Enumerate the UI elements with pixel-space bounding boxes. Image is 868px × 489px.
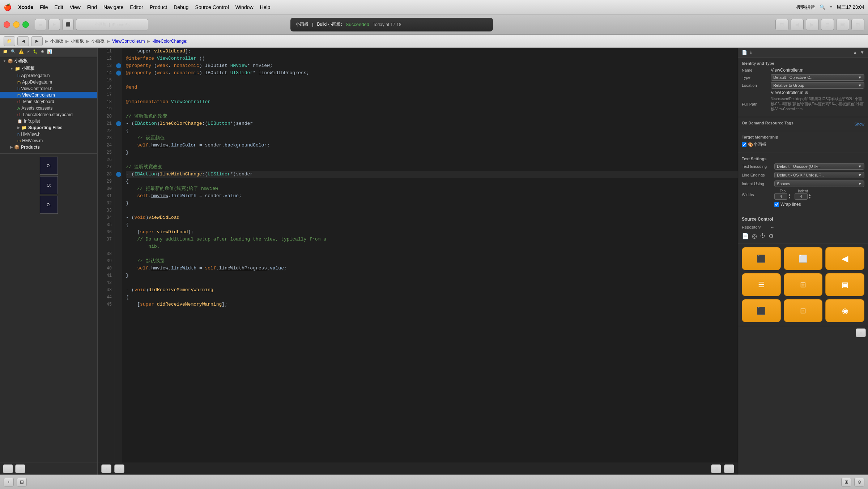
close-button[interactable] bbox=[4, 21, 10, 28]
menu-window[interactable]: Window bbox=[235, 4, 254, 10]
sidebar-item-main-storyboard[interactable]: sb Main.storyboard bbox=[0, 98, 97, 105]
sidebar-item-appdelegate-h[interactable]: h AppDelegate.h bbox=[0, 72, 97, 79]
encoding-dropdown[interactable]: Default - Unicode (UTF... ▼ bbox=[774, 163, 864, 170]
back-button[interactable]: ◀ bbox=[17, 36, 29, 46]
indent-width-stepper[interactable]: ▲ ▼ bbox=[808, 194, 811, 199]
indent-using-dropdown[interactable]: Spaces ▼ bbox=[774, 180, 864, 187]
indent-down-arrow[interactable]: ▼ bbox=[808, 196, 811, 199]
breakpoint-21[interactable] bbox=[116, 121, 121, 126]
rp-icon-file[interactable]: 📄 bbox=[742, 50, 747, 55]
sidebar-item-viewcontroller-h[interactable]: h ViewController.h bbox=[0, 85, 97, 92]
sidebar-item-project[interactable]: ▼ 📦 小画板 bbox=[0, 57, 97, 65]
breakpoint-14[interactable] bbox=[116, 71, 121, 76]
sidebar-icon-warning[interactable]: ⚠️ bbox=[19, 49, 24, 54]
sidebar-icon-search[interactable]: 🔍 bbox=[11, 49, 16, 54]
sidebar-item-viewcontroller-m[interactable]: m ViewController.m bbox=[0, 92, 97, 98]
filter-bottom-button[interactable]: ⊟ bbox=[17, 478, 27, 486]
ui-icon-1[interactable]: ⬛ bbox=[742, 247, 781, 270]
menu-xcode[interactable]: Xcode bbox=[18, 4, 33, 10]
ui-icon-3[interactable]: ◀ bbox=[825, 247, 864, 270]
sidebar-item-info-plist[interactable]: 📋 Info.plist bbox=[0, 118, 97, 124]
breadcrumb-method[interactable]: -lineColorChange: bbox=[152, 39, 187, 44]
sc-icon-branch[interactable]: ◎ bbox=[752, 233, 757, 239]
sidebar-item-supporting[interactable]: ▶ 📁 Supporting Files bbox=[0, 124, 97, 131]
ui-icon-5[interactable]: ⊞ bbox=[784, 273, 823, 296]
breadcrumb-3[interactable]: 小画板 bbox=[92, 38, 105, 44]
sidebar-item-products[interactable]: ▶ 📦 Products bbox=[0, 144, 97, 150]
sidebar-item-group-main[interactable]: ▼ 📁 小画板 bbox=[0, 65, 97, 72]
menu-editor[interactable]: Editor bbox=[130, 4, 143, 10]
breadcrumb-1[interactable]: 小画板 bbox=[50, 38, 63, 44]
editor-scope-button[interactable]: ◎ bbox=[724, 464, 734, 473]
inspector-button[interactable]: ⊞ bbox=[851, 19, 864, 30]
code-editor[interactable]: 11 12 13 14 15 16 17 18 19 20 21 22 23 2… bbox=[98, 48, 738, 475]
view-bottom-toggle[interactable]: ⊞ bbox=[841, 478, 851, 486]
menu-view[interactable]: View bbox=[70, 4, 81, 10]
sidebar-item-assets[interactable]: A Assets.xcassets bbox=[0, 105, 97, 111]
add-file-button[interactable]: + bbox=[3, 464, 13, 473]
debug-view-button[interactable]: ▣ bbox=[836, 19, 849, 30]
sidebar-icon-test[interactable]: ✓ bbox=[27, 49, 30, 54]
show-button[interactable]: Show bbox=[854, 122, 864, 126]
sidebar-item-appdelegate-m[interactable]: m AppDelegate.m bbox=[0, 79, 97, 85]
menu-file[interactable]: File bbox=[40, 4, 48, 10]
split-view-button[interactable]: ⊟ bbox=[821, 19, 834, 30]
debug-bottom-button[interactable]: ⊙ bbox=[854, 478, 864, 486]
ui-icon-6[interactable]: ▣ bbox=[825, 273, 864, 296]
sc-icon-file[interactable]: 📄 bbox=[742, 233, 749, 239]
maximize-button[interactable] bbox=[22, 21, 29, 28]
view-toggle-button[interactable]: ⊞ bbox=[775, 19, 788, 30]
membership-checkbox[interactable] bbox=[742, 142, 746, 147]
reveal-icon[interactable]: ⊕ bbox=[805, 90, 808, 95]
sidebar-icon-folder[interactable]: 📁 bbox=[3, 49, 8, 54]
rp-icon-scroll-down[interactable]: ▼ bbox=[860, 50, 864, 55]
tab-down-arrow[interactable]: ▼ bbox=[788, 196, 791, 199]
menu-debug[interactable]: Debug bbox=[174, 4, 188, 10]
breakpoint-28[interactable] bbox=[116, 172, 121, 177]
line-endings-dropdown[interactable]: Default - OS X / Unix (LF... ▼ bbox=[774, 172, 864, 178]
rp-icon-inspect[interactable]: ℹ bbox=[750, 50, 752, 55]
menu-edit[interactable]: Edit bbox=[55, 4, 63, 10]
sidebar-item-hmview-m[interactable]: m HMView.m bbox=[0, 137, 97, 144]
tab-width-stepper[interactable]: ▲ ▼ bbox=[788, 194, 791, 199]
forward-nav-button[interactable]: ▶ bbox=[806, 19, 819, 30]
run-button[interactable]: ▶ bbox=[48, 19, 60, 30]
rp-collapse-button[interactable]: ✕ bbox=[856, 328, 866, 337]
rp-icon-scroll-up[interactable]: ▲ bbox=[853, 50, 857, 55]
menu-icon[interactable]: ≡ bbox=[830, 4, 833, 10]
location-dropdown[interactable]: Relative to Group ▼ bbox=[771, 82, 864, 89]
sidebar-icon-breakpoint[interactable]: ⊙ bbox=[41, 49, 44, 54]
forward-button[interactable]: ▶ bbox=[31, 36, 43, 46]
sc-icon-clock[interactable]: ⏱ bbox=[760, 233, 766, 239]
sidebar-icon-report[interactable]: 📊 bbox=[47, 49, 52, 54]
tab-width-input[interactable] bbox=[774, 193, 787, 200]
search-icon[interactable]: 🔍 bbox=[820, 4, 825, 10]
ui-icon-7[interactable]: ⬛ bbox=[742, 299, 781, 322]
sc-icon-settings[interactable]: ⚙ bbox=[769, 233, 774, 239]
code-lines[interactable]: super viewDidLoad]; @interface ViewContr… bbox=[122, 48, 738, 463]
ui-icon-9[interactable]: ◉ bbox=[825, 299, 864, 322]
ui-icon-8[interactable]: ⊡ bbox=[784, 299, 823, 322]
menu-find[interactable]: Find bbox=[87, 4, 97, 10]
ui-icon-4[interactable]: ☰ bbox=[742, 273, 781, 296]
sidebar-item-hmview-h[interactable]: h HMView.h bbox=[0, 131, 97, 137]
filter-button[interactable]: ⊟ bbox=[15, 464, 25, 473]
editor-add-button[interactable]: + bbox=[101, 464, 111, 473]
menu-product[interactable]: Product bbox=[150, 4, 167, 10]
menu-help[interactable]: Help bbox=[260, 4, 271, 10]
breadcrumb-file[interactable]: ViewController.m bbox=[112, 39, 145, 44]
back-nav-button[interactable]: ◀ bbox=[791, 19, 804, 30]
editor-view-toggle[interactable]: ⊞ bbox=[711, 464, 721, 473]
type-dropdown[interactable]: Default - Objective-C... ▼ bbox=[771, 74, 864, 81]
file-nav-button[interactable]: 📁 bbox=[4, 36, 15, 46]
indent-width-input[interactable] bbox=[795, 193, 808, 200]
menu-navigate[interactable]: Navigate bbox=[103, 4, 123, 10]
stop-button[interactable]: ⬛ bbox=[62, 19, 74, 30]
minimize-button[interactable] bbox=[13, 21, 20, 28]
sidebar-toggle-button[interactable]: ☰ bbox=[35, 19, 46, 30]
editor-scroll-button[interactable]: ⊙ bbox=[114, 464, 124, 473]
sidebar-item-launch-storyboard[interactable]: sb LaunchScreen.storyboard bbox=[0, 111, 97, 118]
add-bottom-button[interactable]: + bbox=[4, 478, 14, 486]
scheme-selector[interactable]: 小画板 | iPhone 6s bbox=[76, 19, 148, 30]
wrap-lines-checkbox[interactable] bbox=[774, 202, 779, 207]
